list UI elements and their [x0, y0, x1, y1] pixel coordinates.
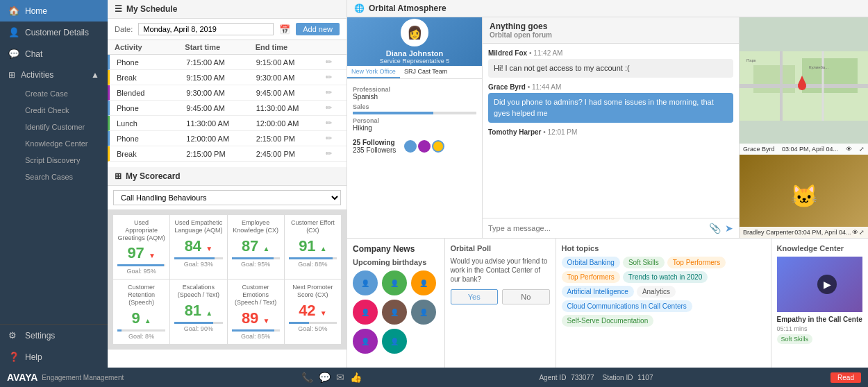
video-thumbnail[interactable]: ▶: [777, 257, 863, 312]
follow-avatars: [404, 139, 444, 154]
calendar-icon[interactable]: 📅: [279, 24, 290, 35]
sidebar-item-chat[interactable]: 💬 Chat: [0, 43, 108, 64]
svg-text:Кулинба...: Кулинба...: [809, 65, 828, 69]
schedule-table-header: Activity Start time End time: [108, 40, 347, 55]
chevron-up-icon: ▲: [91, 70, 99, 80]
knowledge-card: ▶ Empathy in the Call Center 05:11 mins …: [777, 257, 863, 344]
scorecard-icon: ⊞: [115, 171, 122, 181]
date-row: Date: 📅 Add new: [108, 19, 347, 40]
svg-rect-1: [753, 65, 795, 93]
tab-new-york[interactable]: New York Office: [347, 66, 400, 78]
sidebar-item-settings[interactable]: ⚙ Settings: [0, 325, 108, 346]
expand-icon[interactable]: ⤢: [859, 146, 865, 153]
score-arrow: ▼: [262, 317, 269, 325]
score-card-emotions: Customer Emotions (Speech / Text) 89 ▼ G…: [228, 280, 284, 343]
edit-icon[interactable]: ✏: [326, 58, 340, 67]
scorecard-grid: Used Appropriate Greetings (AQM) 97 ▼ Go…: [108, 209, 347, 350]
date-input[interactable]: [138, 23, 274, 35]
chat-header: Anything goes Orbital open forum: [483, 17, 739, 44]
agent-profile: 👩 Diana Johnston Service Representative …: [347, 17, 483, 238]
top-panels: ☰ My Schedule Date: 📅 Add new Activity S…: [108, 0, 868, 368]
orbital-icon: 🌐: [354, 3, 365, 13]
agent-photo: 👩 Diana Johnston Service Representative …: [347, 17, 482, 66]
poll-yes-button[interactable]: Yes: [451, 289, 499, 304]
topic-tag[interactable]: Trends to watch in 2020: [623, 271, 708, 283]
sidebar-sub-search-cases[interactable]: Search Cases: [0, 169, 108, 185]
topic-tag[interactable]: Top Performers: [562, 271, 620, 283]
expand-icon[interactable]: ⤢: [859, 229, 865, 236]
table-row: Lunch 11:30:00 AM 12:00:00 AM ✏: [108, 116, 347, 131]
sidebar-item-home[interactable]: 🏠 Home: [0, 0, 108, 22]
birthday-avatar: 👤: [353, 270, 378, 295]
topic-tag[interactable]: Soft Skills: [623, 257, 665, 268]
schedule-icon: ☰: [115, 4, 122, 14]
chat-icon: 💬: [8, 49, 19, 59]
read-button[interactable]: Read: [831, 372, 861, 383]
edit-icon[interactable]: ✏: [326, 73, 340, 82]
thumbs-up-icon[interactable]: 👍: [350, 372, 362, 383]
chat-panel: Anything goes Orbital open forum Mildred…: [483, 17, 740, 238]
send-icon[interactable]: ➤: [725, 223, 733, 234]
birthday-avatar: 👤: [382, 300, 407, 325]
scorecard-dropdown[interactable]: Call Handling Behaviours: [113, 190, 341, 205]
play-button[interactable]: ▶: [817, 275, 837, 294]
poll-no-button[interactable]: No: [502, 289, 550, 304]
topic-tag[interactable]: Cloud Communications In Call Centers: [562, 300, 692, 312]
message-icon[interactable]: ✉: [336, 372, 344, 383]
table-row: Break 2:15:00 PM 2:45:00 PM ✏: [108, 146, 347, 162]
sidebar-item-help[interactable]: ❓ Help: [0, 346, 108, 368]
attachment-icon[interactable]: 📎: [709, 223, 721, 234]
eye-icon[interactable]: 👁: [846, 146, 852, 153]
edit-icon[interactable]: ✏: [326, 134, 340, 143]
score-arrow: ▼: [149, 252, 156, 259]
topic-tag[interactable]: Analytics: [637, 286, 676, 298]
sidebar-sub-create-case[interactable]: Create Case: [0, 85, 108, 102]
sidebar-sub-script-discovery[interactable]: Script Discovery: [0, 152, 108, 169]
sidebar-item-customer[interactable]: 👤 Customer Details: [0, 22, 108, 43]
profile-section: Professional Spanish Sales Personal Hiki…: [347, 79, 482, 136]
chat-input[interactable]: [488, 224, 705, 232]
birthday-avatar: 👤: [411, 300, 436, 325]
map-svg: Парк Кулинба...: [740, 17, 868, 155]
orbital-panel-header: 🌐 Orbital Atmosphere: [347, 0, 868, 17]
table-row: Blended 9:30:00 AM 9:45:00 AM ✏: [108, 85, 347, 101]
birthday-avatar: 👤: [353, 329, 378, 354]
topic-tag[interactable]: Self-Serve Documentation: [562, 315, 654, 327]
score-arrow: ▲: [262, 245, 269, 252]
map-image: Парк Кулинба... Grace Byrd 03:04 PM, Apr…: [740, 17, 868, 155]
topic-tag[interactable]: Orbital Banking: [562, 257, 620, 268]
add-new-button[interactable]: Add new: [296, 23, 340, 35]
knowledge-tag[interactable]: Soft Skills: [777, 334, 813, 344]
phone-icon[interactable]: 📞: [301, 372, 313, 383]
edit-icon[interactable]: ✏: [326, 103, 340, 112]
topic-tag[interactable]: Artificial Intelligence: [562, 286, 634, 298]
sidebar-bottom: ⚙ Settings ❓ Help: [0, 324, 108, 368]
edit-icon[interactable]: ✏: [326, 88, 340, 97]
eye-icon[interactable]: 👁: [852, 229, 858, 236]
topic-tag[interactable]: Top Performers: [667, 257, 726, 268]
score-card-retention: Customer Retention (Speech) 9 ▲ Goal: 8%: [113, 280, 169, 343]
birthday-avatars: 👤 👤 👤 👤 👤 👤 👤 👤: [353, 270, 439, 354]
footer-left: AVAYA Engagement Management: [7, 372, 124, 383]
score-card-greetings: Used Appropriate Greetings (AQM) 97 ▼ Go…: [113, 215, 169, 279]
sidebar-item-activities[interactable]: ⊞ Activities ▲: [0, 64, 108, 85]
birthday-avatar: 👤: [353, 300, 378, 325]
map-overlay: Grace Byrd 03:04 PM, April 04... 👁 ⤢: [740, 144, 868, 155]
score-arrow: ▲: [206, 309, 212, 317]
chat-footer-icon[interactable]: 💬: [319, 372, 331, 383]
score-arrow: ▼: [320, 309, 327, 317]
birthday-avatar: 👤: [382, 270, 407, 295]
tab-srj[interactable]: SRJ Cast Team: [400, 66, 451, 78]
company-news: Company News Upcoming birthdays 👤 👤 👤 👤 …: [347, 239, 445, 368]
edit-icon[interactable]: ✏: [326, 149, 340, 158]
chat-messages: Mildred Fox • 11:42 AM Hi! I can not get…: [483, 44, 739, 218]
sidebar-sub-knowledge-center[interactable]: Knowledge Center: [0, 135, 108, 152]
score-arrow: ▲: [144, 317, 151, 325]
edit-icon[interactable]: ✏: [326, 119, 340, 128]
home-icon: 🏠: [8, 6, 19, 16]
main-content: ☰ My Schedule Date: 📅 Add new Activity S…: [108, 0, 868, 368]
sidebar-sub-identify-customer[interactable]: Identify Customer: [0, 119, 108, 135]
schedule-table: Activity Start time End time Phone 7:15:…: [108, 40, 347, 162]
table-row: Phone 9:45:00 AM 11:30:00 AM ✏: [108, 101, 347, 116]
sidebar-sub-credit-check[interactable]: Credit Check: [0, 102, 108, 119]
